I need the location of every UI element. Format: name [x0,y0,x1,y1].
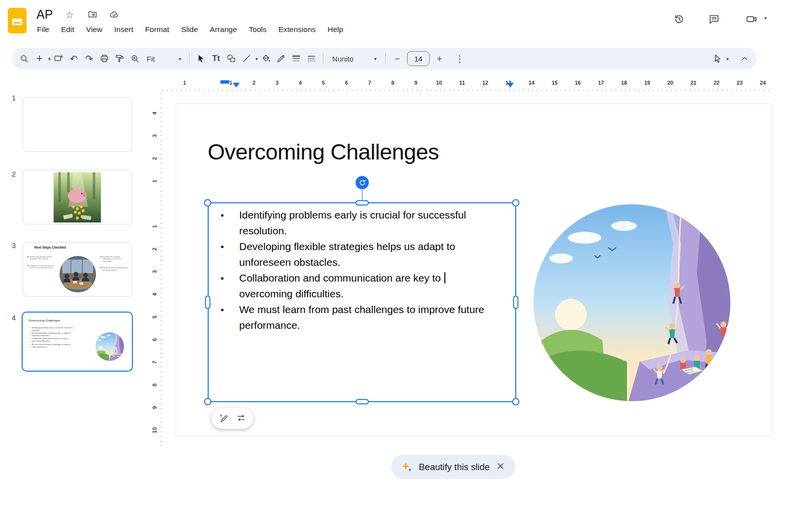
version-history-icon[interactable] [671,11,687,28]
pointer-mode-icon[interactable] [710,51,725,66]
thumb4-bullets: Identifying problems early is crucial fo… [30,326,73,348]
slide-thumbnail-1[interactable] [23,97,132,152]
beautify-close-icon[interactable] [496,461,505,473]
redo-icon[interactable]: ↷ [82,51,96,66]
line-caret-icon[interactable]: ▾ [255,56,258,62]
insert-line-icon[interactable] [239,51,254,66]
menu-view[interactable]: View [80,23,108,36]
ruler-number: 3 [152,130,157,141]
toolbar-divider [385,53,386,64]
menu-insert[interactable]: Insert [108,23,139,36]
rotate-handle[interactable] [356,176,369,190]
menu-format[interactable]: Format [139,23,175,36]
menu-edit[interactable]: Edit [55,23,80,36]
thumb4-climb-image [95,332,124,361]
handle-bottom-right[interactable] [512,398,520,406]
handle-top-center[interactable] [356,200,369,206]
zoom-value: Fit [147,55,155,63]
ruler-number: 4 [294,80,306,86]
ruler-number: 3 [271,80,283,86]
slide-title[interactable]: Overcoming Challenges [208,139,439,165]
menu-arrange[interactable]: Arrange [204,23,243,36]
move-folder-icon[interactable] [88,9,97,21]
new-slide-caret-icon[interactable]: ▾ [48,56,51,62]
hide-menus-chevron-icon[interactable] [737,51,752,66]
toolbar: + ▾ ↶ ↷ Fit ▾ Tt ▾ Nunito ▾ − 14 + ⋮ ▾ [12,48,757,69]
more-options-icon[interactable]: ⋮ [452,51,467,66]
indent-marker-rect[interactable] [220,80,229,84]
text-box-icon[interactable]: Tt [209,51,223,66]
ruler-number: 4 [152,108,157,119]
search-menus-icon[interactable] [17,51,31,66]
slide-layout-icon[interactable] [51,51,66,66]
join-call-camera-icon[interactable] [743,11,760,28]
menu-file[interactable]: File [31,23,55,36]
thumb4-title: Overcoming Challenges [29,318,133,322]
sparkle-icon [401,462,413,473]
indent-marker-right[interactable] [507,83,514,88]
paint-format-icon[interactable] [112,51,127,66]
ruler-number: 12 [479,80,491,86]
zoom-icon[interactable] [127,51,142,66]
menu-help[interactable]: Help [322,23,349,36]
handle-bottom-center[interactable] [356,399,369,405]
ruler-number: 2 [152,244,157,254]
slide-number: 3 [7,241,16,250]
ruler-number: 6 [152,334,157,345]
select-tool-icon[interactable] [193,51,208,66]
auto-format-button[interactable] [236,413,246,424]
slide-thumbnail-2[interactable] [23,170,132,224]
handle-top-left[interactable] [204,199,212,207]
increase-font-size-icon[interactable]: + [432,51,447,66]
handle-middle-right[interactable] [513,296,519,309]
slide-thumbnail-4-selected[interactable]: Overcoming Challenges Identifying proble… [22,312,133,372]
ruler-number: 9 [410,80,422,86]
menu-extensions[interactable]: Extensions [273,23,322,36]
slide-number: 1 [7,94,16,102]
document-title[interactable]: AP [36,7,53,22]
piggy-bank-photo [54,172,101,222]
pointer-caret-icon[interactable]: ▾ [726,56,729,62]
star-icon[interactable]: ☆ [65,9,74,21]
handle-bottom-left[interactable] [204,398,212,406]
menubar: File Edit View Insert Format Slide Arran… [31,23,349,36]
border-weight-icon[interactable] [289,51,304,66]
beautify-this-slide-button[interactable]: Beautify this slide [391,455,515,479]
indent-marker-left[interactable] [233,83,240,88]
handle-middle-left[interactable] [205,296,211,309]
font-family-value: Nunito [332,55,353,63]
checklist-item: 04Initiate the internal preparation for … [100,267,128,271]
print-icon[interactable] [97,51,112,66]
ruler-number: 11 [456,80,468,86]
magic-write-button[interactable] [219,413,228,424]
zoom-select[interactable]: Fit ▾ [143,51,185,66]
ruler-ticks [162,89,773,92]
decrease-font-size-icon[interactable]: − [390,51,405,66]
ruler-number: 14 [526,80,537,86]
font-size-input[interactable]: 14 [407,51,430,66]
ruler-number: 1 [152,221,157,232]
ruler-ticks [160,92,162,446]
join-call-caret-icon[interactable]: ▾ [764,15,767,21]
undo-icon[interactable]: ↶ [66,51,81,66]
app-logo-slides[interactable] [7,7,27,34]
border-color-icon[interactable] [274,51,288,66]
ruler-number: 5 [152,312,157,322]
menu-tools[interactable]: Tools [243,23,273,36]
fill-color-icon[interactable] [258,51,273,66]
new-slide-button[interactable]: + [32,51,47,66]
body-text-box[interactable]: Identifying problems early is crucial fo… [208,202,516,402]
slide-canvas[interactable]: Overcoming Challenges Identifying proble… [176,103,772,436]
text-cursor [444,272,445,284]
insert-shape-icon[interactable] [224,51,239,66]
climbing-illustration[interactable] [533,204,730,401]
handle-top-right[interactable] [512,199,520,207]
cloud-saved-icon[interactable] [109,9,119,21]
border-dash-icon[interactable] [304,51,319,66]
menu-slide[interactable]: Slide [175,23,204,36]
slide-number: 4 [7,314,16,322]
comments-icon[interactable] [706,11,722,28]
font-family-select[interactable]: Nunito ▾ [327,51,381,66]
slide-thumbnail-3[interactable]: Next Steps Checklist 01Finalize and offi… [23,242,132,297]
checklist-item: 02Confirm all necessary resources for th… [27,264,56,269]
